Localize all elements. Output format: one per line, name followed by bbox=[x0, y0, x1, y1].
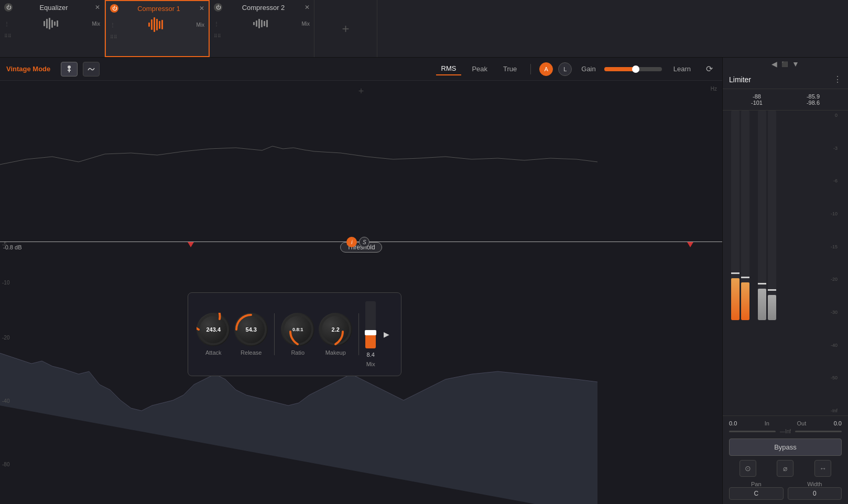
db-minus40: -40 bbox=[2, 398, 9, 404]
main-area: Vintage Mode RMS Peak True A L Gain bbox=[0, 58, 848, 504]
vu-scale-0: 0 bbox=[831, 113, 838, 118]
ratio-knob-container: 0.8:1 Ratio bbox=[281, 313, 314, 356]
attack-label: Attack bbox=[205, 349, 222, 356]
gain-slider[interactable] bbox=[604, 67, 662, 71]
vu-bar-right-2 bbox=[768, 111, 776, 320]
bypass-button[interactable]: Bypass bbox=[729, 439, 842, 456]
plugin-slot-comp1[interactable]: ⏻ Compressor 1 ✕ ⋮ Mix ⠿⠿ bbox=[105, 0, 210, 57]
plugin-slot-equalizer[interactable]: ⏻ Equalizer ✕ ⋮ Mix ⠿⠿ bbox=[0, 0, 105, 57]
mode-button-wave[interactable] bbox=[83, 62, 100, 76]
s-marker[interactable]: S bbox=[359, 237, 369, 247]
plugin-chain: ⏻ Equalizer ✕ ⋮ Mix ⠿⠿ ⏻ bbox=[0, 0, 848, 58]
waveform-display: + Hz Threshold -0.8 dB i S bbox=[0, 81, 722, 504]
mix-fader[interactable] bbox=[365, 301, 376, 348]
out-value: 0.0 bbox=[834, 420, 842, 426]
menu-icon-comp1[interactable]: ⋮ bbox=[110, 22, 115, 28]
close-btn-comp2[interactable]: ✕ bbox=[305, 4, 310, 11]
limiter-right-bottom: -98.6 bbox=[807, 100, 820, 106]
vu-scale--20: -20 bbox=[831, 277, 838, 282]
add-point-icon[interactable]: + bbox=[358, 86, 364, 97]
detection-peak-button[interactable]: Peak bbox=[466, 63, 493, 75]
vu-meter-right-group bbox=[758, 111, 776, 415]
loop-button[interactable]: ⟳ bbox=[702, 62, 716, 76]
mode-button-figure[interactable] bbox=[61, 62, 78, 76]
controls-overlay: 243.4 Attack 54.3 Release bbox=[188, 292, 401, 376]
limiter-meter-right: -85.9 -98.6 bbox=[807, 93, 820, 106]
vu-scale--inf: -Inf bbox=[831, 408, 838, 413]
vu-scale--3: -3 bbox=[831, 146, 838, 151]
makeup-knob[interactable]: 2.2 bbox=[319, 313, 352, 346]
mix-label-comp2: Mix bbox=[301, 21, 310, 27]
waveform-comp2 bbox=[219, 16, 301, 31]
mono-icon-btn[interactable]: ⌀ bbox=[777, 460, 793, 477]
waveform-comp1 bbox=[115, 17, 196, 32]
menu-icon-eq[interactable]: ⋮ bbox=[4, 21, 9, 27]
i-marker[interactable]: i bbox=[346, 237, 357, 247]
slot-name-comp1: Compressor 1 bbox=[137, 5, 180, 13]
i-marker-icon: i bbox=[346, 237, 357, 247]
ratio-knob[interactable]: 0.8:1 bbox=[281, 313, 314, 346]
pan-field[interactable]: C bbox=[729, 487, 784, 500]
channel-l-button[interactable]: L bbox=[558, 62, 572, 76]
in-slider[interactable] bbox=[729, 431, 776, 432]
makeup-label: Makeup bbox=[325, 349, 346, 356]
threshold-marker-right[interactable] bbox=[687, 242, 693, 247]
attack-value: 243.4 bbox=[206, 326, 221, 333]
close-btn-comp1[interactable]: ✕ bbox=[199, 5, 204, 12]
expand-button[interactable]: ▶ bbox=[380, 328, 393, 341]
threshold-marker-left[interactable] bbox=[188, 242, 194, 247]
close-btn-eq[interactable]: ✕ bbox=[95, 4, 100, 11]
add-plugin-icon[interactable]: + bbox=[342, 21, 349, 36]
menu-icon-comp2[interactable]: ⋮ bbox=[214, 21, 219, 27]
learn-button[interactable]: Learn bbox=[667, 63, 697, 75]
limiter-nav-icon: ⬛ bbox=[781, 61, 788, 67]
limiter-meters: -88 -101 -85.9 -98.6 bbox=[723, 89, 848, 111]
waveform-eq bbox=[9, 16, 92, 31]
pan-value: C bbox=[754, 490, 758, 497]
channel-a-button[interactable]: A bbox=[539, 62, 553, 76]
release-label: Release bbox=[241, 349, 262, 356]
pan-width-values: C 0 bbox=[729, 487, 842, 500]
vu-bar-left-1 bbox=[731, 111, 740, 320]
mix-label-comp1: Mix bbox=[196, 22, 204, 28]
pan-label: Pan bbox=[729, 481, 784, 487]
hz-label: Hz bbox=[711, 86, 717, 92]
limiter-menu-icon[interactable]: ⋮ bbox=[833, 74, 842, 84]
plugin-slot-comp2[interactable]: ⏻ Compressor 2 ✕ ⋮ Mix ⠿⠿ bbox=[210, 0, 314, 57]
detection-rms-button[interactable]: RMS bbox=[436, 62, 462, 75]
limiter-next-btn[interactable]: ▼ bbox=[792, 60, 799, 68]
phase-icon-btn[interactable]: ⊙ bbox=[740, 460, 756, 477]
db-minus10: -10 bbox=[2, 280, 9, 286]
attack-knob[interactable]: 243.4 bbox=[197, 313, 230, 346]
power-button-comp1[interactable]: ⏻ bbox=[110, 4, 118, 13]
detection-true-button[interactable]: True bbox=[498, 63, 522, 75]
power-button-eq[interactable]: ⏻ bbox=[4, 3, 13, 12]
limiter-left-bottom: -101 bbox=[751, 100, 763, 106]
slot-name-comp2: Compressor 2 bbox=[242, 4, 285, 12]
toolbar: Vintage Mode RMS Peak True A L Gain bbox=[0, 58, 722, 81]
width-field[interactable]: 0 bbox=[788, 487, 842, 500]
ratio-label: Ratio bbox=[291, 349, 305, 356]
power-button-comp2[interactable]: ⏻ bbox=[214, 3, 222, 12]
vu-scale--40: -40 bbox=[831, 343, 838, 348]
limiter-prev-btn[interactable]: ◀ bbox=[771, 60, 777, 68]
out-slider[interactable] bbox=[795, 431, 842, 432]
db-minus5: -5 bbox=[2, 242, 7, 247]
vu-scale--50: -50 bbox=[831, 375, 838, 380]
vu-bar-right-1 bbox=[758, 111, 766, 320]
release-knob[interactable]: 54.3 bbox=[234, 313, 268, 346]
limiter-meter-left: -88 -101 bbox=[751, 93, 763, 106]
makeup-knob-container: 2.2 Makeup bbox=[319, 313, 352, 356]
threshold-line: Threshold -0.8 dB i S bbox=[0, 242, 722, 253]
vu-scale--6: -6 bbox=[831, 178, 838, 183]
in-out-sliders: —Inf bbox=[729, 429, 842, 434]
add-plugin-slot[interactable]: + bbox=[314, 0, 377, 57]
ratio-value: 0.8:1 bbox=[292, 327, 303, 332]
mix-label-eq: Mix bbox=[92, 21, 100, 27]
in-label: In bbox=[765, 420, 769, 426]
limiter-title: Limiter bbox=[729, 75, 751, 84]
width-icon-btn[interactable]: ↔ bbox=[814, 460, 831, 477]
limiter-left-top: -88 bbox=[753, 93, 761, 100]
compressor-panel: Vintage Mode RMS Peak True A L Gain bbox=[0, 58, 722, 504]
release-knob-container: 54.3 Release bbox=[234, 313, 268, 356]
